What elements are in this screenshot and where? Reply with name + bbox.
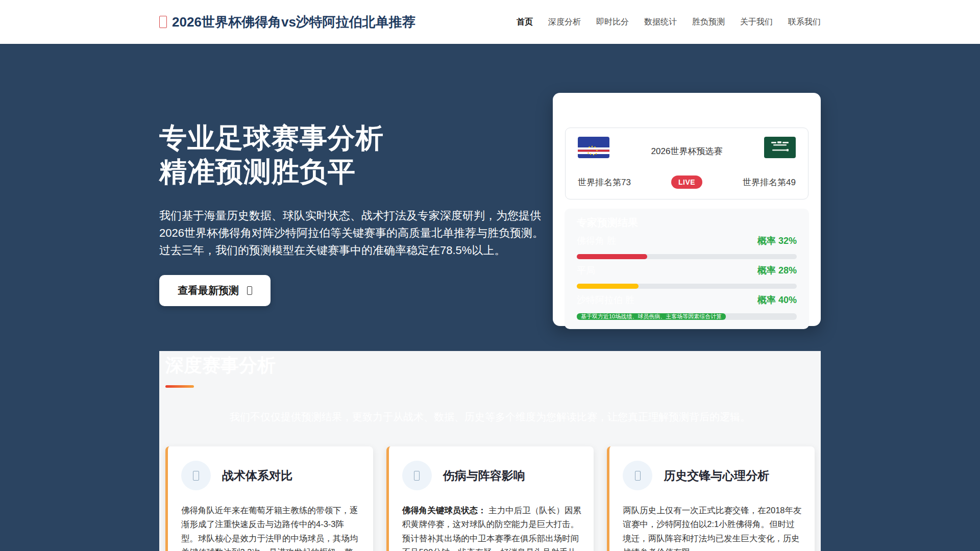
- prediction-probability: 概率 32%: [757, 235, 797, 247]
- prediction-probability: 概率 28%: [757, 264, 797, 277]
- cta-label: 查看最新预测: [178, 284, 239, 297]
- arrow-right-icon: [247, 286, 252, 295]
- view-latest-prediction-button[interactable]: 查看最新预测: [159, 275, 271, 306]
- nav-item-contact[interactable]: 联系我们: [788, 17, 821, 28]
- progress-track: 基于双方近10场战绩、球员伤病、主客场等因素综合计算: [577, 313, 797, 320]
- prediction-title: 专家预测结果: [577, 216, 797, 230]
- prediction-row-home-win: 佛得角 胜 概率 32%: [577, 235, 797, 259]
- title-underline-bar: [165, 385, 194, 388]
- prediction-probability: 概率 40%: [757, 294, 797, 306]
- hero-heading: 专业足球赛事分析 精准预测胜负平: [159, 121, 555, 189]
- hero-heading-line1: 专业足球赛事分析: [159, 121, 555, 155]
- card-body-lead: 佛得角关键球员状态：: [402, 506, 486, 515]
- history-icon: [623, 461, 652, 490]
- progress-fill-draw: [577, 284, 639, 289]
- nav-item-prediction[interactable]: 胜负预测: [692, 17, 725, 28]
- prediction-row-draw: 平局 概率 28%: [577, 264, 797, 289]
- section-subtitle: 我们不仅仅提供预测结果，更致力于从战术、数据、历史等多个维度为您解读比赛，让您真…: [165, 410, 815, 424]
- progress-track: [577, 254, 797, 259]
- nav-item-about[interactable]: 关于我们: [740, 17, 773, 28]
- section-title: 深度赛事分析: [165, 353, 815, 378]
- league-label: 2026世界杯预选赛: [651, 138, 723, 157]
- prediction-label: 沙特阿拉伯 胜: [577, 294, 634, 306]
- progress-fill-home-win: [577, 254, 647, 259]
- analysis-card-injuries: 伤病与阵容影响 佛得角关键球员状态： 主力中后卫（队长）因累积黄牌停赛，这对球队…: [386, 446, 594, 551]
- nav-item-home[interactable]: 首页: [517, 17, 533, 28]
- nav-item-stats[interactable]: 数据统计: [644, 17, 677, 28]
- prediction-label: 佛得角 胜: [577, 235, 616, 247]
- analysis-section: 深度赛事分析 我们不仅仅提供预测结果，更致力于从战术、数据、历史等多个维度为您解…: [159, 351, 821, 551]
- top-navbar: 2026世界杯佛得角vs沙特阿拉伯北单推荐 首页 深度分析 即时比分 数据统计 …: [0, 0, 980, 44]
- card-title: 历史交锋与心理分析: [664, 468, 769, 484]
- saudi-arabia-flag: [764, 137, 796, 158]
- live-badge: LIVE: [671, 176, 702, 189]
- card-body: 佛得角关键球员状态： 主力中后卫（队长）因累积黄牌停赛，这对球队的防空能力是巨大…: [402, 504, 582, 551]
- tactics-icon: [181, 461, 211, 490]
- prediction-row-away-win: 沙特阿拉伯 胜 概率 40% 基于双方近10场战绩、球员伤病、主客场等因素综合计…: [577, 294, 797, 320]
- nav-item-livescore[interactable]: 即时比分: [596, 17, 629, 28]
- prediction-label: 平局: [577, 264, 595, 277]
- away-rank: 世界排名第49: [743, 177, 796, 188]
- prediction-note: 基于双方近10场战绩、球员伤病、主客场等因素综合计算: [577, 313, 726, 320]
- injury-icon: [402, 461, 432, 490]
- hero-section: 专业足球赛事分析 精准预测胜负平 我们基于海量历史数据、球队实时状态、战术打法及…: [0, 44, 980, 351]
- card-body: 两队历史上仅有一次正式比赛交锋，在2018年友谊赛中，沙特阿拉伯以2:1小胜佛得…: [623, 504, 802, 551]
- analysis-card-history: 历史交锋与心理分析 两队历史上仅有一次正式比赛交锋，在2018年友谊赛中，沙特阿…: [607, 446, 815, 551]
- analysis-cards-row: 战术体系对比 佛得角队近年来在葡萄牙籍主教练的带领下，逐渐形成了注重快速反击与边…: [165, 446, 815, 551]
- prediction-panel: 专家预测结果 佛得角 胜 概率 32% 平局 概率 28%: [565, 209, 809, 329]
- main-nav: 首页 深度分析 即时比分 数据统计 胜负预测 关于我们 联系我们: [517, 17, 821, 28]
- card-title: 伤病与阵容影响: [443, 468, 525, 484]
- nav-item-analysis[interactable]: 深度分析: [548, 17, 581, 28]
- site-logo[interactable]: 2026世界杯佛得角vs沙特阿拉伯北单推荐: [159, 13, 415, 31]
- football-icon: [159, 16, 167, 29]
- hero-heading-line2: 精准预测胜负平: [159, 155, 555, 189]
- card-body: 佛得角队近年来在葡萄牙籍主教练的带领下，逐渐形成了注重快速反击与边路传中的4-3…: [181, 504, 361, 551]
- progress-track: [577, 284, 797, 289]
- match-header-box: 2026世界杯预选赛: [565, 128, 808, 199]
- analysis-card-tactics: 战术体系对比 佛得角队近年来在葡萄牙籍主教练的带领下，逐渐形成了注重快速反击与边…: [165, 446, 373, 551]
- match-card: 2026世界杯预选赛: [553, 93, 821, 326]
- home-rank: 世界排名第73: [578, 177, 631, 188]
- site-title: 2026世界杯佛得角vs沙特阿拉伯北单推荐: [172, 13, 415, 31]
- cape-verde-flag: [578, 137, 609, 158]
- hero-description: 我们基于海量历史数据、球队实时状态、战术打法及专家深度研判，为您提供2026世界…: [159, 207, 546, 260]
- card-title: 战术体系对比: [222, 468, 292, 484]
